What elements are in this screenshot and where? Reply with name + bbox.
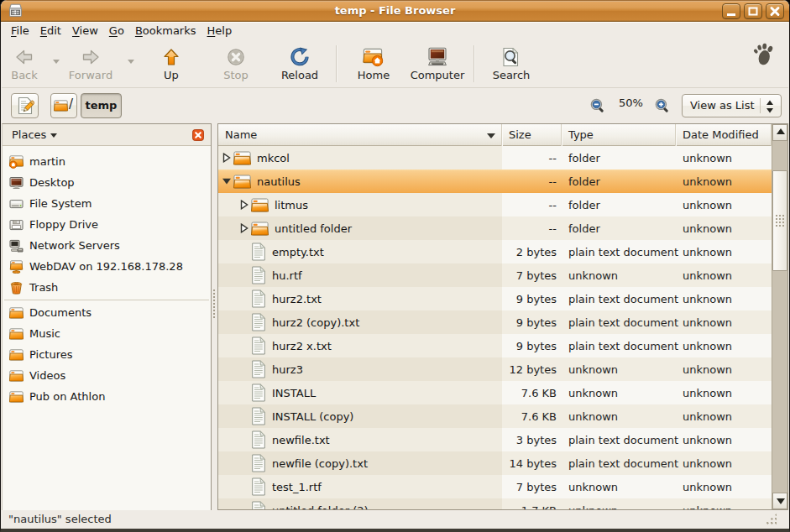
column-header-type[interactable]: Type xyxy=(562,124,676,146)
file-row-hurz2-x-txt[interactable]: hurz2 x.txt9 bytesplain text documentunk… xyxy=(218,334,772,357)
search-button[interactable]: Search xyxy=(487,42,536,86)
expander-collapsed-icon[interactable] xyxy=(240,223,249,233)
webdav-icon xyxy=(9,260,24,274)
file-row-empty-txt[interactable]: empty.txt2 bytesplain text documentunkno… xyxy=(218,240,772,263)
folder-icon xyxy=(9,369,24,383)
file-row-litmus[interactable]: litmus--folderunknown xyxy=(218,193,772,216)
file-row-newfile-txt[interactable]: newfile.txt3 bytesplain text documentunk… xyxy=(218,428,772,451)
sort-descending-icon xyxy=(487,133,495,143)
home-icon xyxy=(363,47,385,67)
sidebar-item-music[interactable]: Music xyxy=(3,323,211,344)
sidebar-close-button[interactable] xyxy=(192,129,204,141)
maximize-button[interactable] xyxy=(744,3,762,19)
sidebar-item-label: Network Servers xyxy=(29,239,120,252)
file-date: unknown xyxy=(676,222,772,235)
menu-item-bookmarks[interactable]: Bookmarks xyxy=(135,23,196,39)
menu-item-go[interactable]: Go xyxy=(109,23,124,39)
file-type: unknown xyxy=(562,481,676,493)
menu-item-edit[interactable]: Edit xyxy=(40,23,61,39)
sidebar-item-file-system[interactable]: File System xyxy=(3,193,211,214)
file-name: INSTALL (copy) xyxy=(272,410,353,423)
file-name: hurz2.txt xyxy=(272,293,322,305)
file-row-hurz2-copy-txt[interactable]: hurz2 (copy).txt9 bytesplain text docume… xyxy=(218,310,772,334)
file-row-install-copy-[interactable]: INSTALL (copy)7.6 KBunknownunknown xyxy=(218,404,772,428)
menu-item-help[interactable]: Help xyxy=(207,23,233,39)
column-header-date-modified[interactable]: Date Modified xyxy=(676,124,772,146)
file-icon xyxy=(251,266,266,284)
view-mode-select[interactable]: View as List xyxy=(682,94,782,117)
reload-button[interactable]: Reload xyxy=(275,42,324,86)
scroll-up-button[interactable] xyxy=(772,124,787,141)
file-name: hurz2 (copy).txt xyxy=(272,316,359,329)
file-name: litmus xyxy=(275,199,308,211)
toolbar-label-back: Back xyxy=(1,69,48,82)
up-button[interactable]: Up xyxy=(152,42,191,86)
close-button[interactable] xyxy=(766,3,784,19)
sidebar-item-label: File System xyxy=(29,197,92,210)
file-icon xyxy=(251,289,266,308)
expander-expanded-icon[interactable] xyxy=(222,177,232,185)
file-row-hu-rtf[interactable]: hu.rtf7 bytesunknownunknown xyxy=(218,263,772,287)
file-icon xyxy=(251,501,266,509)
sidebar-item-label: WebDAV on 192.168.178.28 xyxy=(29,260,183,273)
forward-button[interactable]: Forward xyxy=(64,42,118,86)
path-button-temp[interactable]: temp xyxy=(81,93,122,118)
file-row-hurz3[interactable]: hurz312 bytesunknownunknown xyxy=(218,357,772,381)
forward-dropdown-icon[interactable] xyxy=(128,60,134,67)
minimize-button[interactable] xyxy=(722,3,740,19)
column-header-name[interactable]: Name xyxy=(218,124,502,146)
zoom-in-button[interactable] xyxy=(654,97,671,114)
back-dropdown-icon[interactable] xyxy=(53,60,60,67)
menu-item-file[interactable]: File xyxy=(11,23,29,39)
toolbar-label-home: Home xyxy=(352,69,395,82)
sidebar-item-network-servers[interactable]: Network Servers xyxy=(3,235,211,256)
places-header: Places xyxy=(3,124,211,146)
toolbar-label-computer: Computer xyxy=(407,69,468,82)
sidebar-item-trash[interactable]: Trash xyxy=(3,277,211,298)
file-row-test-1-rtf[interactable]: test_1.rtf7 bytesunknownunknown xyxy=(218,475,772,498)
file-type: unknown xyxy=(562,363,676,376)
scrollbar-thumb[interactable] xyxy=(772,170,787,271)
sidebar-item-floppy-drive[interactable]: Floppy Drive xyxy=(3,214,211,235)
expander-collapsed-icon[interactable] xyxy=(240,200,249,210)
file-row-install[interactable]: INSTALL7.6 KBunknownunknown xyxy=(218,381,772,404)
file-type: unknown xyxy=(562,410,676,423)
sidebar-item-webdav-on-192-168-178-28[interactable]: WebDAV on 192.168.178.28 xyxy=(3,256,211,277)
edit-location-icon xyxy=(16,96,34,115)
file-row-mkcol[interactable]: mkcol--folderunknown xyxy=(218,146,772,170)
sidebar-item-documents[interactable]: Documents xyxy=(3,302,211,323)
scroll-down-icon xyxy=(777,498,785,504)
root-folder-button[interactable]: / xyxy=(50,93,77,118)
titlebar[interactable]: temp - File Browser xyxy=(1,0,789,22)
file-row-newfile-copy-txt[interactable]: newfile (copy).txt14 bytesplain text doc… xyxy=(218,451,772,475)
file-icon xyxy=(251,383,266,402)
home-button[interactable]: Home xyxy=(352,42,395,86)
sidebar-item-videos[interactable]: Videos xyxy=(3,365,211,386)
file-row-nautilus[interactable]: nautilus--folderunknown xyxy=(218,170,772,193)
zoom-out-button[interactable] xyxy=(589,97,606,114)
scroll-down-button[interactable] xyxy=(772,493,787,509)
sidebar-item-pub-on-athlon[interactable]: Pub on Athlon xyxy=(3,386,211,407)
file-name: hu.rtf xyxy=(272,269,302,282)
edit-location-button[interactable] xyxy=(11,93,39,118)
file-row-untitled-folder-2-[interactable]: untitled folder (2)1.7 KBunknownunknown xyxy=(218,498,772,509)
file-row-hurz2-txt[interactable]: hurz2.txt9 bytesplain text documentunkno… xyxy=(218,287,772,310)
file-row-untitled-folder[interactable]: untitled folder--folderunknown xyxy=(218,216,772,240)
file-icon xyxy=(251,407,266,425)
resize-grip[interactable] xyxy=(762,514,777,526)
back-button[interactable]: Back xyxy=(1,42,48,86)
column-header-size[interactable]: Size xyxy=(502,124,562,146)
sidebar-item-martin[interactable]: martin xyxy=(3,151,211,172)
places-label[interactable]: Places xyxy=(12,124,46,145)
sidebar-item-desktop[interactable]: Desktop xyxy=(3,172,211,193)
menu-item-view[interactable]: View xyxy=(72,23,98,39)
file-name: INSTALL xyxy=(272,387,316,399)
vertical-scrollbar[interactable] xyxy=(772,124,787,509)
expander-collapsed-icon[interactable] xyxy=(222,153,231,163)
stop-button[interactable]: Stop xyxy=(217,42,255,86)
sidebar-item-pictures[interactable]: Pictures xyxy=(3,344,211,365)
file-icon xyxy=(251,454,266,472)
file-date: unknown xyxy=(676,410,772,423)
computer-button[interactable]: Computer xyxy=(407,42,468,86)
column-name-label: Name xyxy=(225,128,257,141)
